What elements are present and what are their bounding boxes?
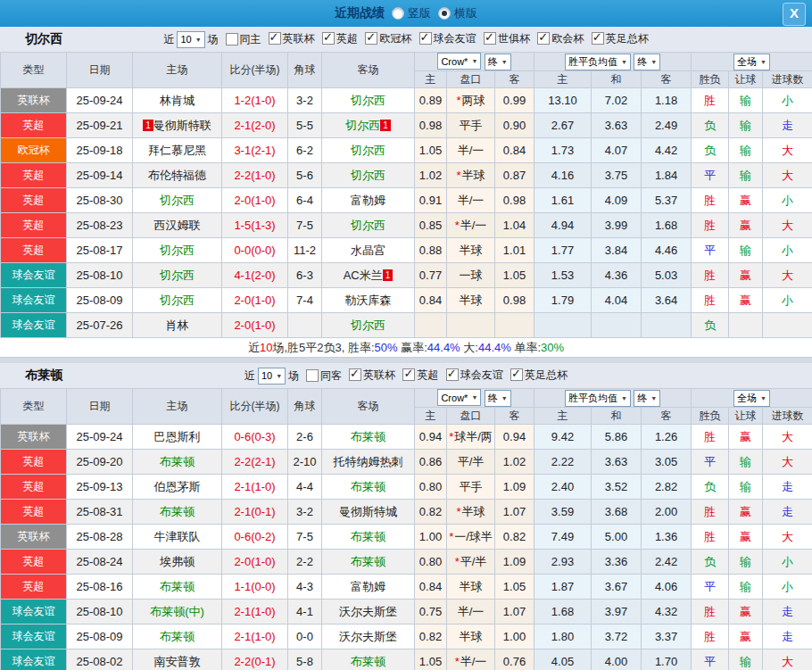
handicap-cell: 输 xyxy=(729,163,763,188)
match-count-select[interactable]: 10 ▼ xyxy=(177,31,204,48)
avg-final-select[interactable]: 终▼ xyxy=(634,390,660,407)
avg-away: 1.68 xyxy=(642,213,692,238)
match-score: 2-1(0-1) xyxy=(222,500,288,525)
avg-final-select[interactable]: 终▼ xyxy=(634,54,660,70)
league-filter-checkbox[interactable]: 世俱杯 xyxy=(484,31,530,46)
odds-final-select[interactable]: 终▼ xyxy=(485,54,511,70)
match-row: 英超 25-09-14 布伦特福德 2-2(1-0) 5-6 切尔西 1.02 … xyxy=(1,163,812,188)
fulltime-select[interactable]: 全场▼ xyxy=(733,390,770,407)
chevron-down-icon: ▼ xyxy=(471,58,477,64)
col-header-away: 客场 xyxy=(322,389,415,425)
odds-line: 平/半 xyxy=(460,555,487,568)
away-team: 托特纳姆热刺 xyxy=(334,455,403,468)
match-date: 25-08-24 xyxy=(67,550,133,575)
match-score: 2-2(1-0) xyxy=(222,163,288,188)
home-team: 林肯城 xyxy=(160,94,195,107)
match-count-select[interactable]: 10 ▼ xyxy=(258,368,286,385)
goals-cell: 大 xyxy=(763,263,812,288)
odds-company-select[interactable]: Crow*▼ xyxy=(437,53,481,70)
select-value: 全场 xyxy=(737,392,757,405)
fulltime-group-header: 全场▼ xyxy=(692,389,812,408)
odds-home: 0.80 xyxy=(415,550,447,575)
team-section: 切尔西 近 10 ▼ 场 同主 英联杯 英超 欧冠杯 球会友谊 xyxy=(0,27,812,358)
fulltime-select[interactable]: 全场▼ xyxy=(733,54,770,70)
col-header-away: 客场 xyxy=(322,53,415,88)
league-filter-checkbox[interactable]: 英足总杯 xyxy=(510,368,568,383)
home-team: 布莱顿 xyxy=(160,505,195,518)
corner-score: 7-5 xyxy=(288,525,322,550)
odds-line: 半球 xyxy=(462,169,485,182)
odds-line-cell: *两球 xyxy=(447,88,495,113)
away-team: 沃尔夫斯堡 xyxy=(339,605,397,618)
avg-draw: 4.04 xyxy=(592,288,642,313)
odds-line: 半/一 xyxy=(460,655,487,668)
home-team: 南安普敦 xyxy=(154,655,201,668)
select-value: Crow* xyxy=(441,393,468,403)
sub-header-outcome: 胜负 xyxy=(692,408,729,425)
handicap-cell: 输 xyxy=(729,138,763,163)
avg-home: 2.40 xyxy=(534,475,592,500)
sub-header-avg-home: 主 xyxy=(534,408,592,425)
league-filter-checkbox[interactable]: 英超 xyxy=(402,368,438,383)
match-date: 25-09-24 xyxy=(67,425,133,450)
match-row: 球会友谊 25-08-02 南安普敦 2-2(0-1) 5-8 布莱顿 1.05… xyxy=(1,649,812,670)
same-venue-checkbox[interactable]: 同客 xyxy=(306,368,342,384)
home-team: 牛津联队 xyxy=(154,530,201,543)
outcome-cell: 负 xyxy=(692,475,729,500)
odds-home: 0.77 xyxy=(415,263,447,288)
match-score: 1-1(0-0) xyxy=(222,575,288,600)
avg-away xyxy=(642,313,692,338)
checkbox-label: 球会友谊 xyxy=(460,368,503,383)
away-team: AC米兰 xyxy=(344,269,383,282)
league-filter-checkbox[interactable]: 球会友谊 xyxy=(419,31,476,46)
avg-draw: 3.68 xyxy=(592,500,642,525)
summary-part: 单率: xyxy=(511,340,541,356)
avg-odds-select[interactable]: 胜平负均值▼ xyxy=(565,390,631,407)
league-filter-checkbox[interactable]: 欧冠杯 xyxy=(365,31,411,46)
checkbox-label: 英联杯 xyxy=(363,368,395,383)
odds-line-cell: 半/一 xyxy=(447,138,495,163)
filter-bar: 近 10 ▼ 场 同客 英联杯 英超 球会友谊 英足总杯 xyxy=(244,368,568,385)
avg-home: 1.73 xyxy=(534,138,592,163)
goals-cell: 大 xyxy=(763,163,812,188)
league-filter-checkbox[interactable]: 英超 xyxy=(322,31,358,46)
league-filter-checkbox[interactable]: 球会友谊 xyxy=(446,368,503,383)
away-team: 富勒姆 xyxy=(351,580,385,593)
odds-line-cell: *平/半 xyxy=(447,550,495,575)
match-type-badge: 英超 xyxy=(1,475,67,500)
odds-company-select[interactable]: Crow*▼ xyxy=(437,389,481,406)
corner-score: 0-0 xyxy=(288,625,322,649)
avg-away: 2.42 xyxy=(642,550,692,575)
match-row: 英超 25-08-31 布莱顿 2-1(0-1) 3-2 曼彻斯特城 0.82 … xyxy=(1,500,812,525)
match-date: 25-09-24 xyxy=(67,88,133,113)
home-team: 布伦特福德 xyxy=(148,169,206,182)
goals-cell: 走 xyxy=(763,475,812,500)
match-count-value: 10 xyxy=(180,34,191,45)
odds-away: 1.07 xyxy=(495,600,534,625)
match-type-badge: 英超 xyxy=(1,550,67,575)
league-filter-checkbox[interactable]: 英联杯 xyxy=(269,31,315,46)
league-filter-checkbox[interactable]: 欧会杯 xyxy=(537,31,584,46)
league-filter-checkbox[interactable]: 英足总杯 xyxy=(592,31,649,46)
outcome-cell: 胜 xyxy=(692,425,729,450)
avg-odds-select[interactable]: 胜平负均值▼ xyxy=(565,54,631,70)
radio-vertical-layout[interactable]: 竖版 xyxy=(392,5,431,21)
star-icon: * xyxy=(449,430,453,443)
avg-draw: 5.00 xyxy=(592,525,642,550)
league-filter-checkbox[interactable]: 英联杯 xyxy=(349,368,395,383)
match-date: 25-08-16 xyxy=(67,575,133,600)
same-venue-checkbox[interactable]: 同主 xyxy=(226,32,261,47)
radio-horizontal-layout[interactable]: 横版 xyxy=(438,5,477,21)
avg-home: 4.16 xyxy=(534,163,592,188)
avg-away: 1.26 xyxy=(642,425,692,450)
match-score: 4-1(2-0) xyxy=(222,263,288,288)
match-row: 英联杯 25-09-24 林肯城 1-2(1-0) 3-2 切尔西 0.89 *… xyxy=(1,88,812,113)
summary-part: 10 xyxy=(260,341,272,354)
outcome-cell: 负 xyxy=(692,550,729,575)
checkbox-label: 英超 xyxy=(417,368,438,383)
odds-home: 1.02 xyxy=(415,163,447,188)
matches-tbody: 英联杯 25-09-24 巴恩斯利 0-6(0-3) 2-6 布莱顿 0.94 … xyxy=(1,425,812,670)
close-button[interactable]: X xyxy=(783,3,806,26)
matches-label: 场 xyxy=(288,368,299,384)
odds-final-select[interactable]: 终▼ xyxy=(485,390,511,407)
